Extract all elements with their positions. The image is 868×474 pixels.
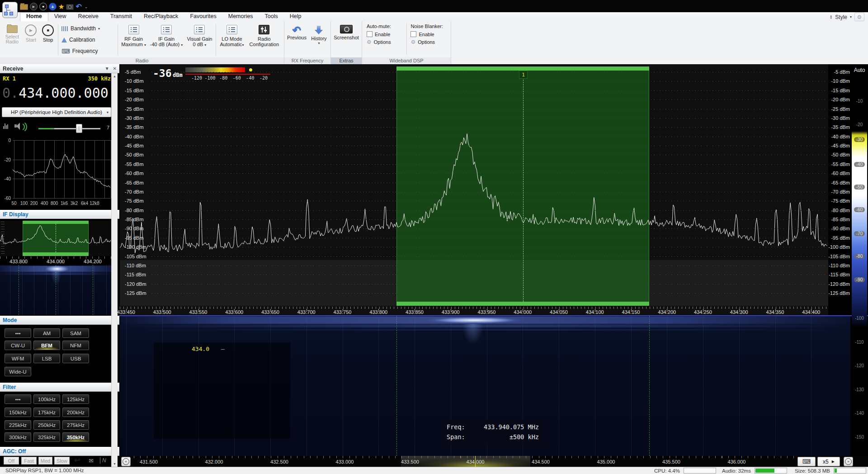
- screenshot-button[interactable]: Screenshot: [333, 23, 360, 40]
- app-menu-button[interactable]: [2, 2, 18, 18]
- settings-gear-icon[interactable]: ⚙: [854, 13, 864, 21]
- scroll-up-icon[interactable]: ▲: [112, 75, 118, 78]
- favourite-star-icon[interactable]: ★: [58, 3, 64, 10]
- volume-slider-handle[interactable]: [76, 124, 82, 133]
- filter-button-300khz[interactable]: 300kHz: [5, 432, 31, 442]
- filter-button-250khz[interactable]: 250kHz: [33, 420, 60, 430]
- auto-mute-options-button[interactable]: ⚙ Options: [367, 39, 402, 45]
- filter-button-[interactable]: •••: [5, 394, 31, 404]
- filter-button-275khz[interactable]: 275kHz: [62, 420, 89, 430]
- filter-button-125khz[interactable]: 125kHz: [62, 394, 89, 404]
- envelope-icon[interactable]: ✉: [89, 457, 94, 464]
- palette-gradient[interactable]: [852, 78, 867, 456]
- filter-button-150khz[interactable]: 150kHz: [5, 408, 31, 417]
- add-icon[interactable]: +: [49, 3, 57, 10]
- level-marker-dot: [249, 68, 252, 71]
- panel-close-icon[interactable]: ✕: [113, 66, 117, 71]
- palette-auto-label[interactable]: Auto: [852, 67, 867, 73]
- previous-button[interactable]: ↶ Previous: [286, 23, 307, 40]
- navigator-keyboard-button[interactable]: ⌨: [797, 457, 816, 466]
- menu-tab-help[interactable]: Help: [284, 12, 307, 21]
- filter-button-350khz[interactable]: 350kHz: [62, 432, 89, 442]
- scroll-down-icon[interactable]: ▼: [112, 462, 118, 465]
- frequency-display[interactable]: 0.434.000.000: [2, 85, 108, 101]
- menu-tab-transmit[interactable]: Transmit: [104, 12, 138, 21]
- notch-icon[interactable]: N: [100, 457, 106, 464]
- play-icon[interactable]: ▶: [30, 3, 38, 10]
- panel-scrollbar[interactable]: ▲ ▼: [111, 73, 118, 467]
- undo-arrow-icon[interactable]: ↩: [74, 456, 80, 465]
- menu-tab-home[interactable]: Home: [20, 12, 48, 21]
- mode-button-wideu[interactable]: Wide-U: [5, 367, 31, 376]
- mode-button-cwu[interactable]: CW-U: [5, 341, 31, 350]
- visual-gain-button[interactable]: Visual Gain 0 dB ▾: [185, 23, 214, 48]
- if-display-header[interactable]: IF Display ▴: [0, 210, 119, 219]
- mode-button-nfm[interactable]: NFM: [62, 341, 89, 350]
- stop-icon[interactable]: ■: [39, 3, 47, 10]
- filter-button-325khz[interactable]: 325kHz: [33, 432, 60, 442]
- menu-tab-receive[interactable]: Receive: [72, 12, 104, 21]
- dbm-label-left: -55 dBm: [125, 161, 144, 167]
- mode-button-bfm[interactable]: BFM: [33, 341, 60, 350]
- mode-button-usb[interactable]: USB: [62, 354, 89, 363]
- lo-mode-button[interactable]: LO Mode Automatic▾: [217, 23, 246, 48]
- auto-mute-enable-checkbox[interactable]: Enable: [367, 31, 402, 37]
- select-radio-button[interactable]: Select Radio: [2, 23, 23, 44]
- filter-button-100khz[interactable]: 100kHz: [33, 394, 60, 404]
- style-menu[interactable]: Style: [835, 14, 847, 20]
- h-gridline: [151, 164, 826, 165]
- mode-button-[interactable]: •••: [5, 328, 31, 338]
- agc-button-off[interactable]: Off: [4, 457, 19, 465]
- mode-button-sam[interactable]: SAM: [62, 328, 89, 338]
- if-gain-button[interactable]: IF Gain -40 dB (Auto) ▾: [148, 23, 184, 48]
- history-button[interactable]: History ▾: [309, 23, 329, 45]
- calibration-button[interactable]: Calibration: [61, 35, 114, 44]
- panel-dropdown-icon[interactable]: ▼: [105, 66, 109, 71]
- if-display-area[interactable]: 433.800434.000434.200: [0, 221, 111, 315]
- navigator-scroll-left-button[interactable]: «: [121, 457, 131, 466]
- rf-gain-button[interactable]: RF Gain Maximum ▾: [119, 23, 148, 48]
- equalizer-icon[interactable]: [3, 123, 8, 129]
- navigator-zoom-button[interactable]: x5▶: [817, 457, 840, 466]
- group-label-rx-frequency: RX Frequency: [284, 57, 330, 64]
- mode-button-wfm[interactable]: WFM: [5, 354, 31, 363]
- speaker-icon[interactable]: [14, 123, 25, 130]
- menu-tab-favourites[interactable]: Favourites: [184, 12, 222, 21]
- mode-button-lsb[interactable]: LSB: [33, 354, 60, 363]
- bandwidth-button[interactable]: Bandwidth▾: [61, 24, 114, 33]
- agc-button-med[interactable]: Med: [38, 457, 52, 465]
- audio-device-select[interactable]: HP (Périphérique High Definition Audio) …: [2, 107, 111, 117]
- stop-button[interactable]: ■ Stop: [39, 23, 57, 43]
- undo-icon[interactable]: ↶: [75, 4, 81, 10]
- open-folder-icon[interactable]: [20, 4, 28, 10]
- frequency-digits[interactable]: 434.000.000: [19, 85, 108, 101]
- menu-tab-recplayback[interactable]: Rec/Playback: [138, 12, 184, 21]
- mode-header[interactable]: Mode ▴: [0, 316, 119, 325]
- receive-panel-header[interactable]: Receive ▼✕: [0, 64, 119, 73]
- agc-button-fast[interactable]: Fast: [21, 457, 37, 465]
- start-button[interactable]: ▶ Start: [23, 23, 40, 43]
- collapse-ribbon-icon[interactable]: ▲▼: [830, 15, 832, 19]
- navigator-scroll-right-button[interactable]: »: [844, 457, 853, 466]
- filter-button-175khz[interactable]: 175kHz: [33, 408, 60, 417]
- menu-tab-tools[interactable]: Tools: [259, 12, 284, 21]
- dbm-label-left: -105 dBm: [125, 254, 146, 259]
- agc-header[interactable]: AGC: Off ▴: [0, 447, 119, 456]
- noise-blanker-options-button[interactable]: ⚙ Options: [410, 39, 446, 45]
- camera-icon[interactable]: [66, 4, 74, 10]
- filter-header[interactable]: Filter ▴: [0, 383, 119, 392]
- mode-button-am[interactable]: AM: [33, 328, 60, 338]
- agc-button-slow[interactable]: Slow: [54, 457, 70, 465]
- filter-button-225khz[interactable]: 225kHz: [5, 420, 31, 430]
- filter-button-200khz[interactable]: 200kHz: [62, 408, 89, 417]
- noise-blanker-enable-checkbox[interactable]: Enable: [410, 31, 446, 37]
- frequency-dim-digits[interactable]: 0.: [2, 85, 19, 101]
- menu-tab-view[interactable]: View: [48, 12, 72, 21]
- customize-toolbar-icon[interactable]: ⌄: [85, 5, 88, 9]
- ribbon-group-rx-frequency: ↶ Previous History ▾ RX Frequency: [284, 21, 331, 64]
- palette-tick: -100: [852, 316, 867, 321]
- frequency-button[interactable]: ⌨ Frequency: [61, 47, 114, 56]
- menu-tab-memories[interactable]: Memories: [222, 12, 259, 21]
- radio-configuration-button[interactable]: Radio Configuration: [246, 23, 282, 47]
- frequency-tick-label: 433.450: [113, 309, 140, 315]
